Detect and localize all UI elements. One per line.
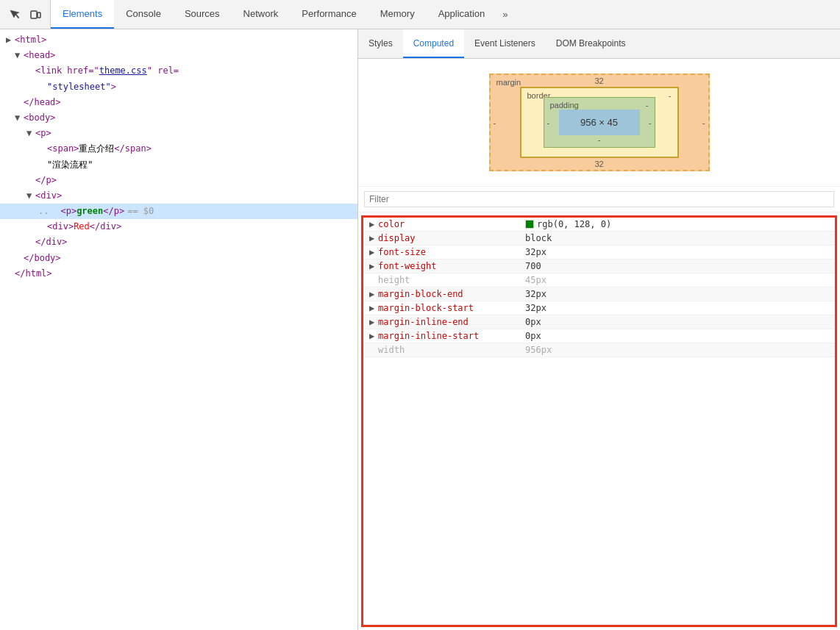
css-prop-color[interactable]: ▶ color rgb(0, 128, 0)	[363, 218, 835, 232]
css-prop-margin-inline-start[interactable]: ▶ margin-inline-start 0px	[363, 329, 835, 343]
expand-icon-font-size[interactable]: ▶	[369, 247, 378, 257]
css-prop-display[interactable]: ▶ display block	[363, 232, 835, 246]
expand-icon-color[interactable]: ▶	[369, 219, 378, 229]
tab-elements[interactable]: Elements	[51, 0, 114, 29]
computed-tab-dom-breakpoints[interactable]: DOM Breakpoints	[546, 29, 636, 58]
triangle-span	[38, 142, 47, 156]
tab-application[interactable]: Application	[427, 0, 497, 29]
p-green-text: green	[76, 204, 103, 218]
tag-close-link: >	[111, 80, 116, 94]
stylesheet-value: "stylesheet"	[47, 80, 111, 94]
box-margin-top: 32	[594, 76, 603, 85]
tag-p-open: <p>	[35, 126, 51, 140]
box-margin-left: -	[494, 118, 496, 127]
link-href[interactable]: theme.css	[99, 64, 147, 78]
tag-div-close: </div>	[35, 235, 67, 249]
dom-line-span[interactable]: <span>重点介绍</span>	[0, 141, 357, 157]
dom-line-head-open[interactable]: ▼ <head>	[0, 48, 357, 63]
dom-line-link[interactable]: <link href="theme.css" rel=	[0, 63, 357, 79]
css-prop-width[interactable]: width 956px	[363, 343, 835, 357]
triangle-chinese	[38, 158, 47, 172]
box-padding-left-val: -	[547, 118, 550, 127]
dom-line-chinese[interactable]: "渲染流程"	[0, 157, 357, 173]
tab-sources[interactable]: Sources	[173, 0, 232, 29]
right-panel: Styles Computed Event Listeners DOM Brea…	[358, 29, 840, 630]
box-padding-top-val: -	[646, 101, 649, 110]
dom-line-div-close[interactable]: </div>	[0, 235, 357, 250]
expand-icon-margin-block-start[interactable]: ▶	[369, 303, 378, 313]
span-text: 重点介绍	[79, 142, 114, 156]
box-margin-right: -	[702, 118, 705, 127]
prop-name-display: display	[378, 233, 525, 243]
triangle-head[interactable]: ▼	[15, 49, 24, 62]
svg-rect-0	[31, 11, 37, 18]
dom-line-p-open[interactable]: ▼ <p>	[0, 126, 357, 141]
prop-name-font-size: font-size	[378, 247, 525, 257]
svg-rect-1	[38, 12, 40, 18]
chinese-render-text: "渲染流程"	[47, 158, 93, 172]
dom-line-html-close[interactable]: </html>	[0, 266, 357, 282]
triangle-body[interactable]: ▼	[15, 111, 24, 125]
computed-tab-styles[interactable]: Styles	[358, 29, 403, 58]
expand-icon-font-weight[interactable]: ▶	[369, 261, 378, 271]
device-toolbar-icon[interactable]	[26, 6, 44, 24]
dom-line-stylesheet[interactable]: "stylesheet">	[0, 79, 357, 95]
computed-tab-event-listeners[interactable]: Event Listeners	[464, 29, 546, 58]
filter-input[interactable]	[364, 191, 834, 207]
tab-memory[interactable]: Memory	[369, 0, 427, 29]
main-container: ▶ <html> ▼ <head> <link href="theme.css"…	[0, 29, 840, 630]
dom-line-green-p[interactable]: .. <p>green</p>== $0	[0, 204, 357, 219]
prop-name-margin-inline-end: margin-inline-end	[378, 317, 525, 327]
triangle-div[interactable]: ▼	[26, 189, 35, 203]
devtools-toolbar: Elements Console Sources Network Perform…	[0, 0, 840, 29]
tag-head-open: <head>	[24, 49, 55, 62]
triangle-p[interactable]: ▼	[26, 126, 35, 140]
tab-console[interactable]: Console	[114, 0, 173, 29]
tab-performance[interactable]: Performance	[290, 0, 368, 29]
css-prop-margin-inline-end[interactable]: ▶ margin-inline-end 0px	[363, 315, 835, 329]
dom-line-p-close[interactable]: </p>	[0, 173, 357, 188]
expand-icon-display[interactable]: ▶	[369, 233, 378, 243]
triangle-html[interactable]: ▶	[6, 33, 15, 47]
prop-name-margin-block-end: margin-block-end	[378, 289, 525, 299]
computed-tabs: Styles Computed Event Listeners DOM Brea…	[358, 29, 840, 59]
dom-line-html[interactable]: ▶ <html>	[0, 32, 357, 48]
css-prop-font-size[interactable]: ▶ font-size 32px	[363, 246, 835, 259]
prop-value-height: 45px	[525, 275, 547, 285]
dom-line-div-open[interactable]: ▼ <div>	[0, 188, 357, 204]
css-prop-margin-block-end[interactable]: ▶ margin-block-end 32px	[363, 287, 835, 301]
box-padding-label: padding	[550, 101, 579, 110]
select-element-icon[interactable]	[6, 6, 24, 24]
prop-value-margin-inline-start: 0px	[525, 331, 541, 341]
dollar-ref: == $0	[127, 204, 154, 218]
div-red-text: Red	[74, 220, 90, 234]
tag-div-open: <div>	[35, 189, 62, 203]
tag-p-close: </p>	[35, 173, 57, 187]
triangle-green-p	[51, 204, 60, 218]
css-prop-font-weight[interactable]: ▶ font-weight 700	[363, 259, 835, 273]
dom-line-red-div[interactable]: <div>Red</div>	[0, 219, 357, 235]
filter-row	[358, 187, 840, 212]
dom-line-body-open[interactable]: ▼ <body>	[0, 110, 357, 126]
tab-network[interactable]: Network	[232, 0, 291, 29]
box-margin: margin 32 32 - - border - padding - - - …	[489, 74, 710, 171]
css-prop-height[interactable]: height 45px	[363, 273, 835, 287]
expand-icon-margin-inline-end[interactable]: ▶	[369, 317, 378, 327]
tag-html: <html>	[15, 33, 46, 47]
dom-panel: ▶ <html> ▼ <head> <link href="theme.css"…	[0, 29, 358, 630]
computed-tab-computed[interactable]: Computed	[403, 29, 464, 58]
tag-span-close: </span>	[114, 142, 152, 156]
dom-line-body-close[interactable]: </body>	[0, 251, 357, 266]
prop-value-font-size: 32px	[525, 247, 547, 257]
more-tabs-button[interactable]: »	[496, 0, 513, 29]
tag-p-green-close: </p>	[103, 204, 124, 218]
expand-icon-margin-inline-start[interactable]: ▶	[369, 331, 378, 341]
triangle-div-close	[26, 235, 35, 249]
dom-line-head-close[interactable]: </head>	[0, 95, 357, 110]
tag-body-open: <body>	[24, 111, 55, 125]
prop-value-display: block	[525, 233, 552, 243]
css-prop-margin-block-start[interactable]: ▶ margin-block-start 32px	[363, 301, 835, 315]
triangle-body-close	[15, 251, 24, 265]
color-swatch-color[interactable]	[525, 220, 534, 229]
expand-icon-margin-block-end[interactable]: ▶	[369, 289, 378, 299]
